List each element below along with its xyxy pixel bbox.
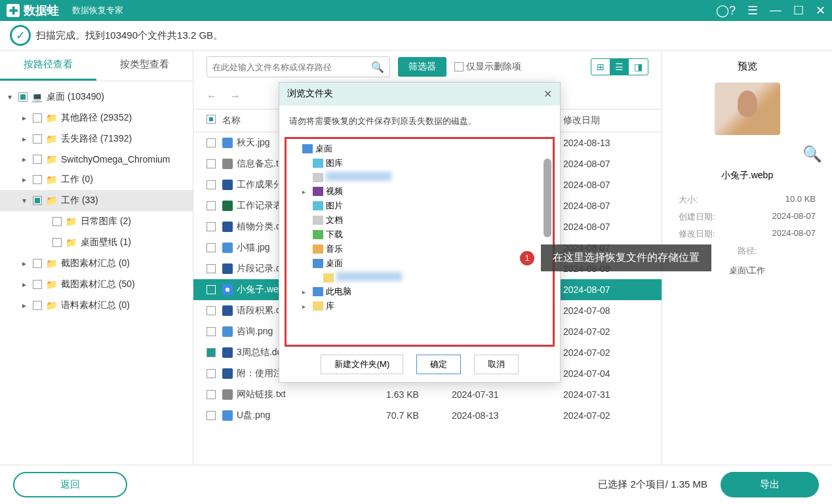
file-icon (222, 138, 233, 148)
file-checkbox[interactable] (207, 138, 216, 147)
select-all-checkbox[interactable] (207, 115, 216, 124)
file-icon (222, 347, 233, 358)
dialog-tree-item[interactable]: 图片 (289, 199, 550, 213)
nav-forward-icon[interactable]: → (230, 90, 241, 102)
selection-status: 已选择 2个项目/ 1.35 MB (598, 478, 707, 491)
preview-title: 预览 (672, 60, 822, 73)
tree-item[interactable]: 📁桌面壁纸 (1) (0, 232, 193, 253)
logo-icon: ✚ (7, 4, 20, 17)
file-checkbox[interactable] (207, 243, 216, 252)
cancel-button[interactable]: 取消 (474, 355, 519, 374)
tab-by-type[interactable]: 按类型查看 (96, 50, 193, 81)
dialog-tree-item[interactable]: 桌面 (289, 256, 550, 271)
col-moddate[interactable]: 修改日期 (563, 115, 648, 126)
dialog-tree-item[interactable] (289, 271, 550, 284)
maximize-icon[interactable]: ☐ (793, 3, 804, 18)
only-deleted-toggle[interactable]: 仅显示删除项 (454, 61, 521, 73)
dialog-title-bar: 浏览文件夹 ✕ (279, 83, 560, 106)
tree-item[interactable]: ▸📁语料素材汇总 (0) (0, 295, 193, 316)
help-icon[interactable]: ◯? (716, 3, 736, 18)
file-icon (222, 180, 233, 190)
check-icon: ✓ (10, 25, 31, 46)
file-icon (222, 326, 233, 337)
tab-by-path[interactable]: 按路径查看 (0, 50, 96, 81)
dialog-folder-tree[interactable]: 桌面图库▸视频图片文档下载音乐桌面▸此电脑▸库 (289, 142, 550, 342)
dialog-tree-item[interactable]: 文档 (289, 213, 550, 227)
file-checkbox[interactable] (207, 180, 216, 189)
file-checkbox[interactable] (207, 285, 216, 294)
footer: 返回 已选择 2个项目/ 1.35 MB 导出 (0, 465, 832, 504)
search-icon[interactable]: 🔍 (371, 61, 384, 73)
window-controls: ◯? ☰ — ☐ ✕ (716, 3, 825, 18)
detail-view-icon[interactable]: ◨ (629, 59, 648, 75)
app-logo: ✚ 数据蛙 (7, 3, 59, 18)
tree-item[interactable]: ▸📁工作 (0) (0, 169, 193, 190)
preview-filename: 小兔子.webp (672, 170, 822, 182)
zoom-icon[interactable]: 🔍 (672, 145, 822, 163)
file-checkbox[interactable] (207, 222, 216, 231)
dialog-scrollbar[interactable] (544, 159, 551, 237)
file-checkbox[interactable] (207, 369, 216, 378)
dialog-tree-item[interactable] (289, 170, 550, 184)
dialog-tree-item[interactable]: ▸库 (289, 299, 550, 313)
file-checkbox[interactable] (207, 327, 216, 336)
callout-text: 在这里选择恢复文件的存储位置 (541, 244, 711, 271)
file-icon (222, 284, 233, 295)
list-view-icon[interactable]: ☰ (610, 59, 629, 75)
callout-number: 1 (520, 251, 534, 265)
close-icon[interactable]: ✕ (816, 3, 825, 18)
file-checkbox[interactable] (207, 390, 216, 399)
file-checkbox[interactable] (207, 411, 216, 420)
new-folder-button[interactable]: 新建文件夹(M) (321, 355, 404, 374)
tree-item[interactable]: ▸📁丢失路径 (71392) (0, 128, 193, 149)
file-icon (222, 389, 233, 400)
dialog-tree-item[interactable]: 下载 (289, 227, 550, 242)
file-icon (222, 201, 233, 211)
file-row[interactable]: U盘.png70.7 KB2024-08-132024-07-02 (193, 405, 662, 426)
menu-icon[interactable]: ☰ (747, 3, 758, 18)
file-icon (222, 368, 233, 379)
toolbar: 🔍 筛选器 仅显示删除项 ⊞ ☰ ◨ (193, 50, 662, 83)
tree-item[interactable]: ▾📁工作 (33) (0, 190, 193, 211)
titlebar: ✚ 数据蛙 数据恢复专家 ◯? ☰ — ☐ ✕ (0, 0, 832, 21)
tree-item[interactable]: 📁日常图库 (2) (0, 211, 193, 232)
file-row[interactable]: 网站链接.txt1.63 KB2024-07-312024-07-31 (193, 384, 662, 405)
tree-item[interactable]: ▾💻桌面 (103490) (0, 87, 193, 107)
dialog-buttons: 新建文件夹(M) 确定 取消 (279, 347, 560, 382)
tree-item[interactable]: ▸📁SwitchyOmega_Chromium (0, 149, 193, 169)
file-checkbox[interactable] (207, 348, 216, 357)
tree-item[interactable]: ▸📁其他路径 (29352) (0, 107, 193, 128)
dialog-close-icon[interactable]: ✕ (544, 88, 552, 100)
file-checkbox[interactable] (207, 306, 216, 315)
app-name: 数据蛙 (24, 3, 59, 18)
tree-item[interactable]: ▸📁截图素材汇总 (0) (0, 253, 193, 274)
dialog-tree-highlight: 桌面图库▸视频图片文档下载音乐桌面▸此电脑▸库 (285, 137, 555, 347)
file-icon (222, 222, 233, 232)
grid-view-icon[interactable]: ⊞ (591, 59, 610, 75)
file-checkbox[interactable] (207, 201, 216, 210)
preview-image (715, 83, 780, 135)
search-input[interactable] (212, 62, 371, 72)
view-tabs: 按路径查看 按类型查看 (0, 50, 193, 81)
filter-button[interactable]: 筛选器 (398, 57, 446, 77)
dialog-tree-item[interactable]: 桌面 (289, 142, 550, 156)
minimize-icon[interactable]: — (770, 3, 782, 18)
back-button[interactable]: 返回 (13, 472, 127, 497)
export-button[interactable]: 导出 (721, 472, 819, 497)
tree-item[interactable]: ▸📁截图素材汇总 (50) (0, 274, 193, 295)
file-checkbox[interactable] (207, 159, 216, 168)
file-icon (222, 410, 233, 421)
status-bar: ✓ 扫描完成。找到103490个文件共13.2 GB。 (0, 21, 832, 50)
file-icon (222, 242, 233, 253)
file-checkbox[interactable] (207, 264, 216, 273)
ok-button[interactable]: 确定 (416, 355, 461, 374)
folder-tree[interactable]: ▾💻桌面 (103490)▸📁其他路径 (29352)▸📁丢失路径 (71392… (0, 81, 193, 465)
dialog-tree-item[interactable]: 图库 (289, 156, 550, 170)
search-box[interactable]: 🔍 (207, 56, 390, 77)
dialog-title: 浏览文件夹 (287, 88, 333, 100)
dialog-tree-item[interactable]: ▸此电脑 (289, 284, 550, 299)
left-panel: 按路径查看 按类型查看 ▾💻桌面 (103490)▸📁其他路径 (29352)▸… (0, 50, 193, 465)
dialog-tree-item[interactable]: ▸视频 (289, 184, 550, 199)
nav-back-icon[interactable]: ← (207, 90, 217, 102)
dialog-tree-item[interactable]: 音乐 (289, 242, 550, 256)
